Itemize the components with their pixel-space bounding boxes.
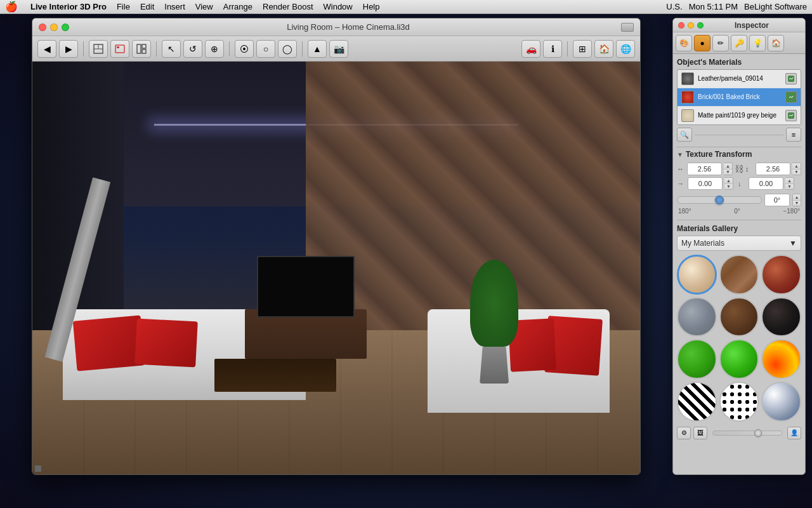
rotation-input[interactable]: 0° [764,194,790,206]
menu-help[interactable]: Help [363,2,380,11]
tab-materials[interactable]: 🎨 [676,35,692,51]
gallery-zoom-slider[interactable] [712,431,782,436]
gallery-item-chrome[interactable] [761,382,801,422]
layout-button[interactable] [132,40,151,58]
settings-button[interactable]: ⚙ [677,427,691,439]
menu-edit[interactable]: Edit [140,2,154,11]
inspector-close[interactable] [678,22,684,29]
shape-tool[interactable]: ◯ [278,40,297,58]
viewport[interactable] [32,62,640,474]
maximize-button[interactable] [62,23,69,31]
menu-arrange[interactable]: Arrange [223,2,252,11]
render-button[interactable] [110,40,129,58]
inspector-minimize[interactable] [688,22,694,29]
plant-pot [480,347,509,384]
filter-options-button[interactable]: ≡ [786,128,801,142]
menu-render-boost[interactable]: Render Boost [263,2,313,11]
tab-light[interactable]: 💡 [749,35,766,51]
point-tool[interactable]: ⦿ [235,40,254,58]
circle-tool[interactable]: ○ [256,40,275,58]
gallery-item-wood[interactable] [719,255,759,295]
menu-view[interactable]: View [195,2,213,11]
floorplan-button[interactable] [89,40,108,58]
offset-y-stepper-up[interactable]: ▲ [785,178,794,184]
offset-y-stepper-down[interactable]: ▼ [785,184,794,190]
window-zoom-control[interactable] [621,23,634,32]
rotation-label-min: 180° [678,208,691,215]
image-button[interactable]: 🖼 [693,427,707,439]
rotation-stepper-up[interactable]: ▲ [793,194,801,201]
height-stepper[interactable]: ▲ ▼ [792,163,801,175]
width-stepper[interactable]: ▲ ▼ [724,163,733,175]
coffee-table[interactable] [214,359,336,392]
tab-key[interactable]: 🔑 [731,35,747,51]
offset-y-input[interactable]: 0.00 [749,177,783,190]
height-stepper-up[interactable]: ▲ [792,163,801,170]
car-tool[interactable]: 🚗 [521,40,540,58]
gallery-item-brick[interactable] [761,255,801,295]
minimize-button[interactable] [50,23,58,31]
offset-x-stepper[interactable]: ▲ ▼ [724,177,733,190]
offset-x-stepper-down[interactable]: ▼ [724,184,733,190]
tab-object[interactable]: ● [694,35,710,51]
menu-file[interactable]: File [117,2,130,11]
gallery-item-zebra[interactable] [677,382,717,422]
scroll-indicator[interactable] [35,465,41,472]
material-edit-icon-brick[interactable] [785,91,797,103]
material-item-leather[interactable]: Leather/pamela_09014 [678,70,801,88]
rotation-stepper[interactable]: ▲ ▼ [792,194,801,206]
eyedropper-button[interactable]: 🔍 [677,128,692,142]
gallery-item-green[interactable] [677,339,717,379]
rotation-slider[interactable] [677,196,762,204]
gallery-item-fire[interactable] [761,339,801,379]
gallery-item-dark[interactable] [761,297,801,337]
select-tool[interactable]: ↖ [162,40,181,58]
rotation-thumb[interactable] [715,196,724,204]
material-item-brick[interactable]: Brick/001 Baked Brick [678,88,801,107]
width-stepper-down[interactable]: ▼ [724,170,732,175]
gallery-zoom-thumb[interactable] [754,429,762,437]
forward-button[interactable]: ▶ [59,40,78,58]
inspector-maximize[interactable] [697,22,704,29]
gallery-item-beige[interactable] [677,255,717,295]
gallery-header: Materials Gallery [677,224,801,233]
move-tool[interactable]: ⊕ [205,40,224,58]
toolbar-separator-4 [302,41,303,57]
gallery-item-dark-wood[interactable] [719,297,759,337]
offset-y-stepper[interactable]: ▲ ▼ [785,177,794,190]
apple-menu[interactable]: 🍎 [5,1,18,13]
rotation-stepper-down[interactable]: ▼ [793,201,801,206]
model-tool[interactable]: ▲ [308,40,327,58]
offset-x-input[interactable]: 0.00 [688,177,723,190]
tab-edit[interactable]: ✏ [712,35,729,51]
sofa-right[interactable] [428,309,610,413]
width-input[interactable]: 2.56 [687,163,722,175]
tab-room[interactable]: 🏠 [768,35,784,51]
height-stepper-down[interactable]: ▼ [792,170,801,175]
view-house[interactable]: 🏠 [594,40,613,58]
width-stepper-up[interactable]: ▲ [724,163,732,170]
disclosure-triangle[interactable]: ▼ [677,151,683,158]
close-button[interactable] [39,23,46,31]
view-2d[interactable]: ⊞ [573,40,592,58]
material-edit-icon-leather[interactable] [785,73,797,84]
camera-tool[interactable]: 📷 [329,40,348,58]
info-button[interactable]: ℹ [543,40,562,58]
menu-window[interactable]: Window [324,2,353,11]
user-button[interactable]: 👤 [787,427,801,439]
gallery-item-spots[interactable] [719,382,759,422]
back-button[interactable]: ◀ [37,40,56,58]
offset-x-stepper-up[interactable]: ▲ [724,178,733,184]
gallery-item-bright-green[interactable] [719,339,759,379]
gallery-item-concrete[interactable] [677,297,717,337]
material-item-paint[interactable]: Matte paint/1019 grey beige [678,107,801,124]
material-edit-icon-paint[interactable] [785,110,797,121]
gallery-label: Materials Gallery [677,224,738,233]
app-name[interactable]: Live Interior 3D Pro [30,2,107,11]
view-3d[interactable]: 🌐 [616,40,635,58]
menu-insert[interactable]: Insert [164,2,185,11]
height-input[interactable]: 2.56 [756,163,790,175]
rotate-tool[interactable]: ↺ [183,40,202,58]
link-icon[interactable]: ⛓ [735,164,743,174]
gallery-dropdown[interactable]: My Materials ▼ [677,236,801,251]
